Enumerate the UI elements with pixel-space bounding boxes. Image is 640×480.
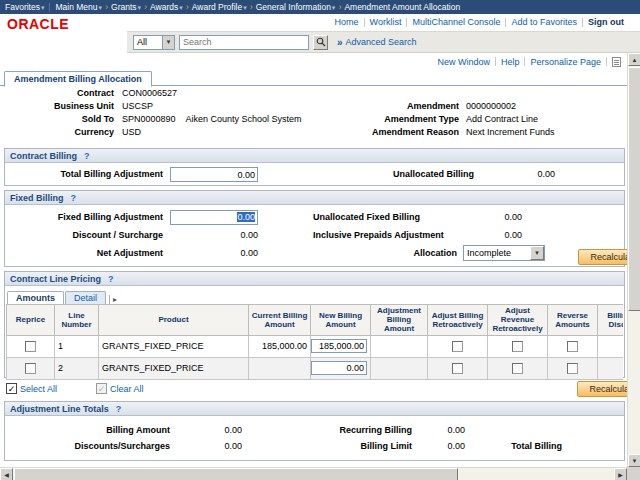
search-icon — [316, 37, 326, 47]
breadcrumb-awards[interactable]: Awards▾ — [150, 2, 183, 12]
adjust-revenue-retro-checkbox-row-1[interactable] — [512, 341, 523, 352]
search-button[interactable] — [313, 35, 328, 50]
advanced-search[interactable]: » Advanced Search — [337, 37, 417, 48]
search-input[interactable] — [179, 35, 309, 50]
chevron-down-icon: ▾ — [99, 4, 103, 11]
adjust-revenue-retro-checkbox-row-2[interactable] — [512, 363, 523, 374]
multichannel-console-link[interactable]: MultiChannel Console — [412, 17, 500, 27]
total-billing-adjustment-label: Total Billing Adjustment — [5, 169, 163, 179]
adjust-billing-retro-checkbox-row-1[interactable] — [452, 341, 463, 352]
tab-detail[interactable]: Detail — [65, 291, 106, 304]
advanced-search-icon: » — [337, 37, 343, 48]
line-pricing-grid: Reprice Line Number Product Current Bill… — [6, 304, 623, 380]
chevron-down-icon: ▾ — [179, 4, 183, 11]
clear-all-icon[interactable]: ✓ — [96, 383, 107, 394]
copy-url-icon[interactable] — [612, 57, 621, 67]
sold-to-value: SPN0000890Aiken County School System — [122, 114, 302, 124]
search-scope-select[interactable]: All ▼ — [133, 35, 175, 50]
header-links: Home Worklist MultiChannel Console Add t… — [335, 17, 624, 27]
oracle-logo: ORACLE — [7, 16, 69, 32]
business-unit-label: Business Unit — [4, 101, 114, 111]
contract-label: Contract — [4, 88, 114, 98]
worklist-link[interactable]: Worklist — [370, 17, 402, 27]
breadcrumb-award-profile[interactable]: Award Profile▾ — [192, 2, 247, 12]
unallocated-fixed-billing-value: 0.00 — [460, 212, 522, 222]
help-icon[interactable]: ? — [108, 274, 114, 284]
new-billing-input-row-1[interactable] — [311, 339, 367, 353]
net-adjustment-label: Net Adjustment — [5, 248, 163, 258]
allocation-select[interactable]: Incomplete ▼ — [463, 245, 545, 261]
add-to-favorites-link[interactable]: Add to Favorites — [511, 17, 577, 27]
contract-billing-row: Total Billing Adjustment Unallocated Bil… — [5, 166, 624, 184]
reverse-amounts-checkbox-row-1[interactable] — [567, 341, 578, 352]
chevron-down-icon[interactable]: ▼ — [530, 246, 544, 260]
advanced-search-link[interactable]: Advanced Search — [346, 37, 417, 47]
reverse-amounts-checkbox-row-2[interactable] — [567, 363, 578, 374]
sign-out-link[interactable]: Sign out — [588, 17, 624, 27]
breadcrumb-general-information[interactable]: General Information▾ — [256, 2, 336, 12]
new-window-link[interactable]: New Window — [437, 57, 490, 67]
scrollbar-corner — [627, 467, 640, 480]
select-all-icon[interactable]: ✓ — [6, 383, 17, 394]
adjustment-billing-cell — [371, 357, 428, 379]
link-divider — [406, 18, 407, 27]
breadcrumb-separator-icon: › — [186, 2, 189, 12]
info-row-currency: Currency USD Amendment Reason Next Incre… — [4, 127, 627, 140]
link-divider — [364, 18, 365, 27]
contract-billing-section: Contract Billing ? Total Billing Adjustm… — [4, 148, 625, 186]
billing-amount-label: Billing Amount — [5, 425, 170, 435]
amendment-type-label: Amendment Type — [344, 114, 459, 124]
breadcrumb-label: Award Profile — [192, 2, 242, 12]
scroll-left-icon[interactable]: ◀ — [0, 468, 13, 480]
chevron-down-icon: ▾ — [243, 4, 247, 11]
help-icon[interactable]: ? — [84, 151, 90, 161]
show-following-tabs-icon[interactable]: ▸ — [109, 295, 117, 304]
adjustment-billing-cell — [371, 335, 428, 357]
adjust-billing-retro-checkbox-row-2[interactable] — [452, 363, 463, 374]
clear-all-link[interactable]: Clear All — [110, 384, 144, 394]
sold-to-name: Aiken County School System — [186, 114, 302, 124]
contract-billing-title: Contract Billing — [10, 151, 77, 161]
breadcrumb-favorites[interactable]: Favorites▾ — [5, 2, 44, 12]
column-header-new-billing: New Billing Amount — [311, 305, 371, 336]
total-billing-label: Total Billing — [500, 441, 562, 451]
select-all-link[interactable]: Select All — [20, 384, 57, 394]
chevron-down-icon[interactable]: ▼ — [162, 36, 174, 49]
billing-discount-cell — [598, 335, 624, 357]
vertical-scrollbar-thumb[interactable] — [628, 67, 640, 311]
personalize-page-link[interactable]: Personalize Page — [530, 57, 601, 67]
vertical-scrollbar[interactable]: ▲ ▼ — [627, 53, 640, 467]
fixed-billing-row-3: Net Adjustment 0.00 Allocation Incomplet… — [5, 245, 624, 263]
breadcrumb-separator-icon: › — [338, 2, 341, 12]
horizontal-scrollbar-thumb[interactable] — [14, 468, 458, 480]
help-icon[interactable]: ? — [71, 193, 77, 203]
tab-amendment-billing-allocation[interactable]: Amendment Billing Allocation — [4, 71, 152, 87]
business-unit-value: USCSP — [122, 101, 153, 111]
allocation-value: Incomplete — [464, 248, 530, 258]
help-icon[interactable]: ? — [116, 404, 122, 414]
tab-amounts[interactable]: Amounts — [7, 291, 64, 304]
scroll-right-icon[interactable]: ▶ — [614, 468, 627, 480]
reprice-checkbox-row-1[interactable] — [25, 341, 36, 352]
adjustment-line-totals-title: Adjustment Line Totals — [10, 404, 109, 414]
fixed-billing-adjustment-input[interactable]: 0.00 — [170, 210, 258, 225]
breadcrumb-grants[interactable]: Grants▾ — [111, 2, 141, 12]
home-link[interactable]: Home — [335, 17, 359, 27]
column-header-line-number: Line Number — [55, 305, 99, 336]
help-link[interactable]: Help — [501, 57, 520, 67]
fixed-billing-header: Fixed Billing ? — [5, 191, 624, 205]
currency-value: USD — [122, 127, 141, 137]
scroll-down-icon[interactable]: ▼ — [628, 454, 640, 467]
scroll-up-icon[interactable]: ▲ — [628, 53, 640, 66]
horizontal-scrollbar[interactable]: ◀ ▶ — [0, 467, 627, 480]
total-billing-adjustment-input[interactable] — [170, 167, 258, 182]
grid-tab-bar: Amounts Detail ▸ — [7, 288, 624, 304]
contract-line-pricing-section: Contract Line Pricing ? Amounts Detail ▸… — [4, 271, 625, 378]
breadcrumb-divider — [49, 3, 50, 12]
breadcrumb-main-menu[interactable]: Main Menu▾ — [55, 2, 102, 12]
new-billing-input-row-2[interactable] — [311, 361, 367, 375]
discount-surcharge-value: 0.00 — [170, 230, 258, 240]
reprice-checkbox-row-2[interactable] — [25, 363, 36, 374]
line-number-cell: 1 — [55, 335, 99, 357]
billing-limit-label: Billing Limit — [300, 441, 412, 451]
